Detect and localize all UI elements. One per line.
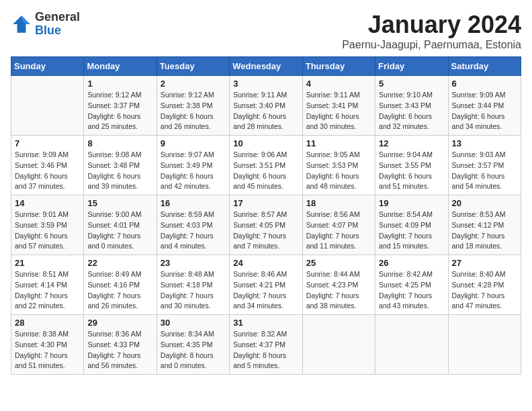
day-info: Sunrise: 9:10 AMSunset: 3:43 PMDaylight:… [379,90,444,132]
day-info: Sunrise: 9:12 AMSunset: 3:38 PMDaylight:… [161,90,226,132]
calendar-cell: 13Sunrise: 9:03 AMSunset: 3:57 PMDayligh… [448,136,521,195]
calendar-cell: 26Sunrise: 8:42 AMSunset: 4:25 PMDayligh… [375,255,448,315]
calendar-cell: 16Sunrise: 8:59 AMSunset: 4:03 PMDayligh… [157,195,229,255]
header-cell-sunday: Sunday [11,57,84,76]
day-number: 4 [306,79,371,89]
calendar-cell [375,315,448,375]
day-info: Sunrise: 9:03 AMSunset: 3:57 PMDaylight:… [452,150,517,192]
calendar-week-2: 14Sunrise: 9:01 AMSunset: 3:59 PMDayligh… [11,195,521,255]
day-number: 2 [161,79,226,89]
calendar-table: SundayMondayTuesdayWednesdayThursdayFrid… [11,56,521,375]
day-number: 21 [15,258,80,268]
calendar-cell: 5Sunrise: 9:10 AMSunset: 3:43 PMDaylight… [375,76,448,136]
day-info: Sunrise: 8:40 AMSunset: 4:28 PMDaylight:… [452,269,517,312]
calendar-cell: 10Sunrise: 9:06 AMSunset: 3:51 PMDayligh… [230,136,302,195]
calendar-cell [302,315,375,375]
calendar-cell: 27Sunrise: 8:40 AMSunset: 4:28 PMDayligh… [448,255,521,315]
day-info: Sunrise: 8:48 AMSunset: 4:18 PMDaylight:… [161,269,226,312]
calendar-cell: 24Sunrise: 8:46 AMSunset: 4:21 PMDayligh… [230,255,302,315]
day-number: 13 [452,138,517,148]
calendar-cell: 22Sunrise: 8:49 AMSunset: 4:16 PMDayligh… [84,255,157,315]
day-info: Sunrise: 9:09 AMSunset: 3:46 PMDaylight:… [15,150,80,192]
logo-general: General [35,11,80,24]
day-info: Sunrise: 8:56 AMSunset: 4:07 PMDaylight:… [306,210,371,252]
calendar-cell: 7Sunrise: 9:09 AMSunset: 3:46 PMDaylight… [11,136,84,195]
day-info: Sunrise: 9:01 AMSunset: 3:59 PMDaylight:… [15,210,80,252]
day-number: 25 [306,258,371,268]
day-number: 8 [87,138,152,148]
day-info: Sunrise: 8:34 AMSunset: 4:35 PMDaylight:… [161,329,226,371]
day-number: 22 [87,258,152,268]
logo-blue: Blue [35,24,80,38]
day-number: 11 [306,138,371,148]
day-number: 29 [87,318,152,328]
day-info: Sunrise: 9:11 AMSunset: 3:40 PMDaylight:… [233,90,298,132]
calendar-cell: 18Sunrise: 8:56 AMSunset: 4:07 PMDayligh… [302,195,375,255]
header-row: SundayMondayTuesdayWednesdayThursdayFrid… [11,57,521,76]
calendar-cell: 23Sunrise: 8:48 AMSunset: 4:18 PMDayligh… [157,255,229,315]
calendar-cell [448,315,521,375]
day-info: Sunrise: 9:09 AMSunset: 3:44 PMDaylight:… [452,90,517,132]
calendar-cell: 28Sunrise: 8:38 AMSunset: 4:30 PMDayligh… [11,315,84,375]
day-number: 17 [233,198,298,208]
day-number: 12 [379,138,444,148]
calendar-cell [11,76,84,136]
day-number: 27 [452,258,517,268]
calendar-week-0: 1Sunrise: 9:12 AMSunset: 3:37 PMDaylight… [11,76,521,136]
calendar-cell: 30Sunrise: 8:34 AMSunset: 4:35 PMDayligh… [157,315,229,375]
header-cell-saturday: Saturday [448,57,521,76]
header-cell-wednesday: Wednesday [230,57,302,76]
day-info: Sunrise: 8:42 AMSunset: 4:25 PMDaylight:… [379,269,444,312]
header-cell-monday: Monday [84,57,157,76]
page-title: January 2024 [342,11,521,39]
day-number: 18 [306,198,371,208]
calendar-cell: 15Sunrise: 9:00 AMSunset: 4:01 PMDayligh… [84,195,157,255]
day-number: 19 [379,198,444,208]
page-header: General Blue January 2024 Paernu-Jaagupi… [11,11,521,51]
calendar-cell: 11Sunrise: 9:05 AMSunset: 3:53 PMDayligh… [302,136,375,195]
calendar-cell: 14Sunrise: 9:01 AMSunset: 3:59 PMDayligh… [11,195,84,255]
day-info: Sunrise: 8:51 AMSunset: 4:14 PMDaylight:… [15,269,80,312]
day-info: Sunrise: 8:53 AMSunset: 4:12 PMDaylight:… [452,210,517,252]
day-info: Sunrise: 8:36 AMSunset: 4:33 PMDaylight:… [87,329,152,371]
calendar-week-1: 7Sunrise: 9:09 AMSunset: 3:46 PMDaylight… [11,136,521,195]
logo: General Blue [11,11,80,38]
calendar-body: 1Sunrise: 9:12 AMSunset: 3:37 PMDaylight… [11,76,521,375]
calendar-header: SundayMondayTuesdayWednesdayThursdayFrid… [11,57,521,76]
day-info: Sunrise: 8:32 AMSunset: 4:37 PMDaylight:… [233,329,298,371]
day-number: 1 [87,79,152,89]
calendar-cell: 8Sunrise: 9:08 AMSunset: 3:48 PMDaylight… [84,136,157,195]
day-info: Sunrise: 9:04 AMSunset: 3:55 PMDaylight:… [379,150,444,192]
day-number: 10 [233,138,298,148]
logo-text: General Blue [35,11,80,38]
title-block: January 2024 Paernu-Jaagupi, Paernumaa, … [342,11,521,51]
calendar-week-3: 21Sunrise: 8:51 AMSunset: 4:14 PMDayligh… [11,255,521,315]
day-info: Sunrise: 8:57 AMSunset: 4:05 PMDaylight:… [233,210,298,252]
logo-icon [11,13,32,35]
day-number: 7 [15,138,80,148]
calendar-cell: 17Sunrise: 8:57 AMSunset: 4:05 PMDayligh… [230,195,302,255]
day-info: Sunrise: 9:07 AMSunset: 3:49 PMDaylight:… [161,150,226,192]
calendar-cell: 9Sunrise: 9:07 AMSunset: 3:49 PMDaylight… [157,136,229,195]
day-number: 23 [161,258,226,268]
day-number: 15 [87,198,152,208]
day-info: Sunrise: 8:46 AMSunset: 4:21 PMDaylight:… [233,269,298,312]
header-cell-friday: Friday [375,57,448,76]
day-number: 9 [161,138,226,148]
calendar-cell: 20Sunrise: 8:53 AMSunset: 4:12 PMDayligh… [448,195,521,255]
calendar-cell: 1Sunrise: 9:12 AMSunset: 3:37 PMDaylight… [84,76,157,136]
header-cell-thursday: Thursday [302,57,375,76]
header-cell-tuesday: Tuesday [157,57,229,76]
calendar-cell: 12Sunrise: 9:04 AMSunset: 3:55 PMDayligh… [375,136,448,195]
calendar-cell: 3Sunrise: 9:11 AMSunset: 3:40 PMDaylight… [230,76,302,136]
calendar-cell: 19Sunrise: 8:54 AMSunset: 4:09 PMDayligh… [375,195,448,255]
day-info: Sunrise: 8:44 AMSunset: 4:23 PMDaylight:… [306,269,371,312]
calendar-week-4: 28Sunrise: 8:38 AMSunset: 4:30 PMDayligh… [11,315,521,375]
day-number: 16 [161,198,226,208]
day-info: Sunrise: 8:59 AMSunset: 4:03 PMDaylight:… [161,210,226,252]
day-info: Sunrise: 9:08 AMSunset: 3:48 PMDaylight:… [87,150,152,192]
day-number: 6 [452,79,517,89]
calendar-cell: 4Sunrise: 9:11 AMSunset: 3:41 PMDaylight… [302,76,375,136]
day-info: Sunrise: 9:05 AMSunset: 3:53 PMDaylight:… [306,150,371,192]
day-number: 30 [161,318,226,328]
